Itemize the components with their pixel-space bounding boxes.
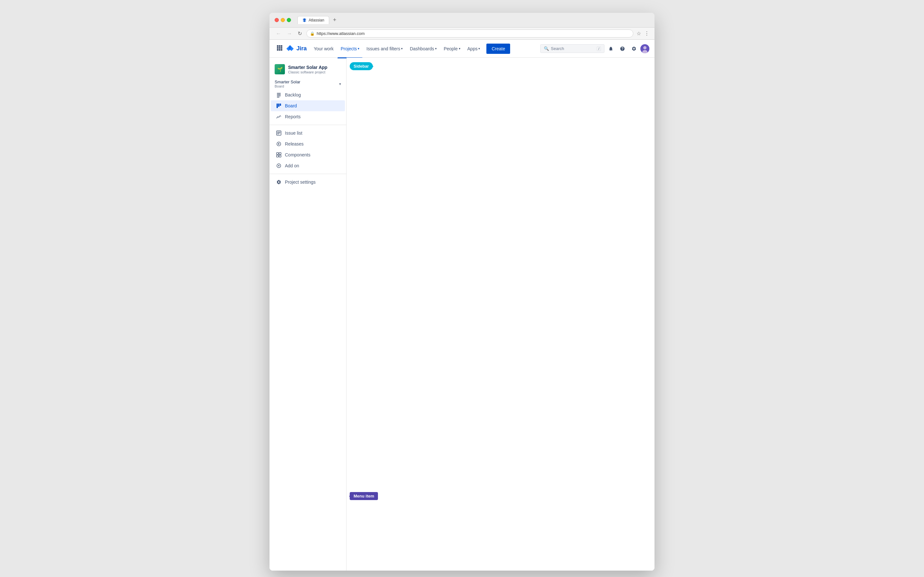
help-button[interactable]	[617, 44, 628, 54]
components-icon	[276, 152, 282, 158]
sidebar-item-reports[interactable]: Reports	[271, 111, 345, 122]
svg-rect-5	[281, 47, 282, 49]
svg-rect-27	[279, 155, 281, 157]
components-label: Components	[285, 152, 310, 157]
people-chevron-icon: ▾	[459, 47, 460, 50]
svg-point-29	[278, 165, 279, 166]
grid-icon	[276, 45, 282, 51]
nav-apps[interactable]: Apps ▾	[464, 44, 483, 54]
search-label: Search	[551, 46, 595, 51]
apps-chevron-icon: ▾	[478, 47, 480, 50]
app-switcher-button[interactable]	[275, 43, 284, 54]
add-on-label: Add on	[285, 163, 299, 168]
forward-button[interactable]: →	[286, 30, 293, 37]
sidebar-annotation: Sidebar	[350, 62, 373, 70]
back-button[interactable]: ←	[275, 30, 282, 37]
svg-rect-1	[279, 45, 280, 47]
sidebar-item-releases[interactable]: Releases	[271, 139, 345, 149]
jira-logo-text: Jira	[296, 45, 307, 52]
nav-links: Your work Projects ▾ Issues and filters …	[310, 44, 539, 54]
board-section-title: Smarter Solar	[275, 79, 300, 84]
projects-chevron-icon: ▾	[358, 47, 359, 50]
lock-icon: 🔒	[310, 31, 315, 36]
help-icon	[620, 46, 625, 51]
url-text: https://www.atlassian.com	[317, 31, 365, 36]
sidebar-item-components[interactable]: Components	[271, 149, 345, 160]
svg-rect-21	[277, 133, 280, 133]
search-box[interactable]: 🔍 Search /	[540, 44, 604, 53]
nav-people[interactable]: People ▾	[441, 44, 464, 54]
jira-logo[interactable]: Jira	[286, 44, 307, 53]
board-section-header[interactable]: Smarter Solar Board ▾	[270, 78, 346, 89]
maximize-button[interactable]	[287, 18, 291, 22]
svg-rect-13	[277, 94, 281, 95]
releases-icon	[276, 141, 282, 147]
svg-rect-20	[277, 132, 280, 132]
svg-rect-7	[279, 49, 280, 51]
backlog-icon	[276, 92, 282, 98]
new-tab-button[interactable]: +	[332, 17, 338, 23]
sidebar-item-issue-list[interactable]: Issue list	[271, 127, 345, 139]
user-avatar[interactable]	[640, 44, 649, 53]
svg-rect-25	[279, 153, 281, 155]
board-section-chevron: ▾	[339, 82, 341, 86]
project-avatar: 🌱	[275, 64, 285, 74]
svg-rect-3	[277, 47, 278, 49]
refresh-button[interactable]: ↻	[296, 30, 303, 37]
releases-label: Releases	[285, 141, 304, 147]
svg-rect-16	[276, 103, 278, 108]
settings-icon	[632, 46, 636, 51]
minimize-button[interactable]	[281, 18, 285, 22]
project-settings-label: Project settings	[285, 179, 316, 185]
svg-point-10	[643, 46, 646, 49]
close-button[interactable]	[275, 18, 279, 22]
browser-tab[interactable]: Atlassian	[297, 16, 329, 24]
settings-button[interactable]	[629, 44, 639, 54]
create-button[interactable]: Create	[486, 44, 510, 54]
svg-rect-6	[277, 49, 278, 51]
sidebar: 🌱 Smarter Solar App Classic software pro…	[270, 58, 347, 571]
sidebar-divider-2	[270, 174, 346, 174]
project-header: 🌱 Smarter Solar App Classic software pro…	[270, 61, 346, 78]
issue-list-label: Issue list	[285, 131, 302, 135]
sidebar-item-board[interactable]: Board	[271, 100, 345, 111]
board-label: Board	[285, 103, 297, 108]
tab-bar: Atlassian +	[297, 16, 649, 24]
app-content: Jira Your work Projects ▾ Issues and fil…	[270, 40, 654, 571]
svg-rect-22	[277, 134, 279, 134]
top-navbar: Jira Your work Projects ▾ Issues and fil…	[270, 40, 654, 58]
svg-rect-0	[277, 45, 278, 47]
add-on-icon	[276, 163, 282, 169]
svg-rect-14	[277, 95, 281, 96]
svg-rect-4	[279, 47, 280, 49]
issues-chevron-icon: ▾	[401, 47, 403, 50]
nav-dashboards[interactable]: Dashboards ▾	[407, 44, 440, 54]
address-input[interactable]: 🔒 https://www.atlassian.com	[306, 29, 633, 37]
tab-favicon	[302, 18, 307, 23]
nav-issues-filters[interactable]: Issues and filters ▾	[363, 44, 406, 54]
board-icon	[276, 103, 282, 109]
svg-rect-8	[281, 49, 282, 51]
address-bar: ← → ↻ 🔒 https://www.atlassian.com ☆ ⋮	[270, 27, 654, 40]
sidebar-item-project-settings[interactable]: Project settings	[271, 177, 345, 187]
svg-rect-18	[280, 103, 281, 106]
reports-icon	[276, 114, 282, 119]
nav-your-work[interactable]: Your work	[310, 44, 337, 54]
svg-rect-12	[277, 93, 281, 93]
dashboards-chevron-icon: ▾	[435, 47, 437, 50]
browser-menu-button[interactable]: ⋮	[644, 31, 649, 37]
notifications-button[interactable]	[606, 44, 616, 54]
traffic-lights	[275, 18, 291, 22]
nav-projects[interactable]: Projects ▾	[338, 44, 363, 54]
search-icon: 🔍	[544, 46, 549, 51]
menu-item-annotation: Menu item	[350, 492, 378, 500]
sidebar-item-backlog[interactable]: Backlog	[271, 89, 345, 100]
jira-logo-icon	[286, 44, 294, 53]
svg-rect-24	[276, 153, 278, 155]
title-bar: Atlassian +	[270, 13, 654, 27]
project-settings-icon	[276, 179, 282, 185]
project-info: Smarter Solar App Classic software proje…	[288, 64, 341, 74]
project-type: Classic software project	[288, 70, 341, 74]
sidebar-item-add-on[interactable]: Add on	[271, 160, 345, 171]
bookmark-button[interactable]: ☆	[636, 31, 641, 37]
